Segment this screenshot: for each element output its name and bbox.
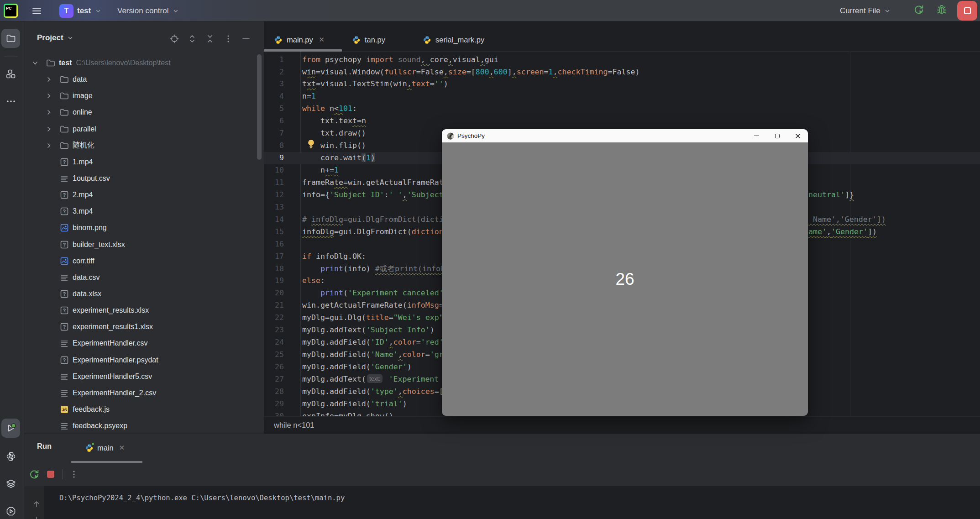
psychopy-window[interactable]: PsychoPy 26: [442, 129, 808, 416]
run-configuration-selector[interactable]: Current File: [840, 0, 890, 21]
scroll-down-icon[interactable]: [32, 515, 41, 519]
line-number[interactable]: 18: [264, 263, 284, 275]
tree-item-corr.tiff[interactable]: corr.tiff: [24, 253, 264, 269]
tree-item-1.mp4[interactable]: ?1.mp4: [24, 154, 264, 170]
code-line-4[interactable]: 4n=1: [264, 90, 980, 103]
stripe-button-problems[interactable]: [1, 502, 20, 519]
line-number[interactable]: 28: [264, 386, 284, 398]
run-tab-main[interactable]: main ✕: [71, 434, 142, 461]
code-line-6[interactable]: 6 txt.text=n: [264, 115, 980, 127]
line-number[interactable]: 13: [264, 201, 284, 214]
project-panel-title[interactable]: Project: [37, 33, 73, 42]
line-number[interactable]: 12: [264, 189, 284, 201]
line-number[interactable]: 16: [264, 238, 284, 251]
project-switcher[interactable]: test: [77, 0, 101, 21]
debug-button[interactable]: [936, 0, 948, 21]
stop-icon[interactable]: [44, 468, 57, 481]
stripe-button-more[interactable]: [1, 92, 20, 111]
stop-button[interactable]: [957, 1, 977, 21]
line-number[interactable]: 10: [264, 164, 284, 177]
chevron-right-icon[interactable]: [46, 142, 52, 149]
line-number[interactable]: 3: [264, 78, 284, 90]
tree-item-2.mp4[interactable]: ?2.mp4: [24, 187, 264, 203]
maximize-button[interactable]: [767, 129, 787, 142]
line-number[interactable]: 8: [264, 140, 284, 152]
options-icon[interactable]: [223, 34, 233, 44]
close-icon[interactable]: ✕: [119, 444, 125, 452]
line-number[interactable]: 1: [264, 54, 284, 66]
chevron-right-icon[interactable]: [46, 126, 52, 132]
expand-all-icon[interactable]: [187, 34, 197, 44]
line-number[interactable]: 5: [264, 103, 284, 115]
editor-tab-main.py[interactable]: main.py✕: [264, 28, 342, 52]
tree-item-experiment_results.xlsx[interactable]: ?experiment_results.xlsx: [24, 302, 264, 319]
tree-item-image[interactable]: image: [24, 88, 264, 104]
chevron-right-icon[interactable]: [46, 109, 52, 115]
tree-item-data.xlsx[interactable]: ?data.xlsx: [24, 286, 264, 302]
locate-icon[interactable]: [169, 34, 179, 44]
tree-item-feedback.js[interactable]: JSfeedback.js: [24, 401, 264, 418]
main-menu-button[interactable]: [29, 0, 44, 21]
collapse-all-icon[interactable]: [205, 34, 215, 44]
tree-item-3.mp4[interactable]: ?3.mp4: [24, 203, 264, 220]
tree-item-binom.png[interactable]: binom.png: [24, 220, 264, 236]
close-icon[interactable]: ✕: [319, 36, 325, 44]
line-number[interactable]: 19: [264, 275, 284, 287]
close-button[interactable]: [787, 129, 808, 142]
project-avatar[interactable]: T: [59, 4, 73, 18]
line-number[interactable]: 27: [264, 373, 284, 386]
chevron-right-icon[interactable]: [46, 76, 52, 83]
line-number[interactable]: 17: [264, 251, 284, 263]
vcs-widget[interactable]: Version control: [117, 0, 178, 21]
hide-icon[interactable]: [241, 34, 251, 44]
line-number[interactable]: 6: [264, 115, 284, 127]
line-number[interactable]: 22: [264, 312, 284, 324]
psychopy-titlebar[interactable]: PsychoPy: [442, 129, 808, 142]
line-number[interactable]: 24: [264, 336, 284, 349]
tree-item-data[interactable]: data: [24, 71, 264, 88]
line-number[interactable]: 11: [264, 177, 284, 189]
chevron-right-icon[interactable]: [46, 93, 52, 99]
stripe-button-structure[interactable]: [1, 64, 20, 84]
tree-item-随机化[interactable]: 随机化: [24, 137, 264, 154]
stripe-button-python-console[interactable]: [1, 447, 20, 466]
line-number[interactable]: 2: [264, 66, 284, 79]
code-line-1[interactable]: 1from psychopy import sound, core,visual…: [264, 54, 980, 66]
breadcrumb-item[interactable]: while n<101: [274, 421, 314, 430]
tree-item-1output.csv[interactable]: 1output.csv: [24, 170, 264, 187]
editor-tab-serial_mark.py[interactable]: serial_mark.py: [413, 28, 506, 52]
stripe-button-project-folder[interactable]: [1, 29, 20, 48]
intention-bulb-icon[interactable]: [305, 138, 317, 150]
tree-item-online[interactable]: online: [24, 104, 264, 121]
line-number[interactable]: 7: [264, 127, 284, 140]
tree-item-ExperimentHandler.csv[interactable]: ExperimentHandler.csv: [24, 335, 264, 351]
line-number[interactable]: 29: [264, 398, 284, 410]
scroll-up-icon[interactable]: [32, 499, 41, 509]
line-number[interactable]: 20: [264, 287, 284, 299]
line-number[interactable]: 21: [264, 299, 284, 312]
stripe-button-services[interactable]: [1, 474, 20, 493]
line-number[interactable]: 26: [264, 361, 284, 373]
line-number[interactable]: 14: [264, 214, 284, 226]
line-number[interactable]: 9: [264, 152, 284, 164]
line-number[interactable]: 4: [264, 90, 284, 103]
tree-item-experiment_results1.xlsx[interactable]: ?experiment_results1.xlsx: [24, 319, 264, 335]
tree-item-data.csv[interactable]: data.csv: [24, 269, 264, 286]
more-options-icon[interactable]: [68, 468, 80, 481]
project-scrollbar[interactable]: [257, 54, 262, 160]
tree-item-ExperimentHandler.psydat[interactable]: ?ExperimentHandler.psydat: [24, 352, 264, 368]
minimize-button[interactable]: [746, 129, 767, 142]
chevron-down-icon[interactable]: [32, 60, 38, 66]
tree-item-ExperimentHandler_2.csv[interactable]: ExperimentHandler_2.csv: [24, 385, 264, 401]
tree-item-feedback.psyexp[interactable]: feedback.psyexp: [24, 418, 264, 434]
line-number[interactable]: 23: [264, 324, 284, 336]
line-number[interactable]: 15: [264, 226, 284, 238]
code-line-5[interactable]: 5while n<101:: [264, 103, 980, 115]
rerun-button[interactable]: [913, 0, 925, 21]
stripe-button-run[interactable]: [1, 419, 20, 438]
rerun-icon[interactable]: [28, 468, 41, 481]
code-line-2[interactable]: 2win=visual.Window(fullscr=False,size=[8…: [264, 66, 980, 79]
run-console[interactable]: D:\PsychoPy2024_2_4\python.exe C:\Users\…: [24, 486, 980, 519]
editor-tab-tan.py[interactable]: tan.py: [342, 28, 413, 52]
tree-item-builder_text.xlsx[interactable]: ?builder_text.xlsx: [24, 236, 264, 253]
